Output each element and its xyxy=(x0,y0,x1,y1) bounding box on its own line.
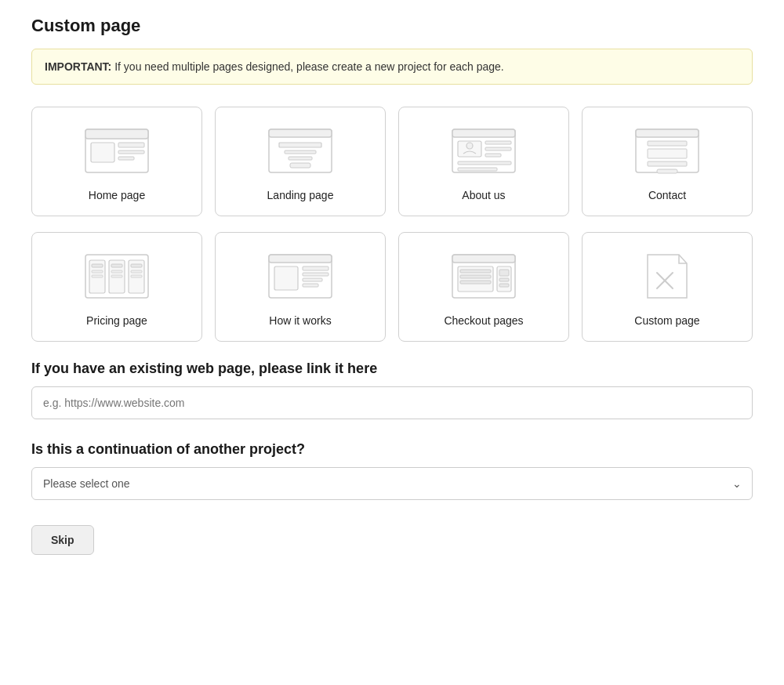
card-contact[interactable]: Contact xyxy=(582,107,753,216)
card-about-us[interactable]: About us xyxy=(398,107,569,216)
svg-rect-25 xyxy=(648,161,687,166)
svg-rect-54 xyxy=(499,270,509,276)
svg-rect-38 xyxy=(111,275,122,277)
svg-rect-18 xyxy=(458,161,511,165)
continuation-section: Is this a continuation of another projec… xyxy=(31,441,753,500)
svg-rect-35 xyxy=(111,270,122,273)
svg-rect-11 xyxy=(290,163,310,168)
card-home-page[interactable]: Home page xyxy=(31,107,202,216)
checkout-pages-icon xyxy=(445,248,523,303)
svg-rect-7 xyxy=(269,129,332,137)
continuation-label: Is this a continuation of another projec… xyxy=(31,441,753,458)
how-it-works-icon xyxy=(261,248,339,303)
card-pricing-page[interactable]: Pricing page xyxy=(31,232,202,342)
svg-rect-23 xyxy=(648,141,687,146)
about-us-icon xyxy=(445,123,523,178)
page-type-grid-row1: Home page Landing page xyxy=(31,107,753,216)
card-checkout-pages-label: Checkout pages xyxy=(444,314,523,327)
card-landing-page-label: Landing page xyxy=(267,189,334,201)
landing-page-icon xyxy=(261,123,339,178)
svg-rect-55 xyxy=(499,278,509,281)
card-custom-page[interactable]: Custom page xyxy=(582,232,753,342)
svg-rect-5 xyxy=(118,157,134,160)
card-custom-page-label: Custom page xyxy=(634,314,699,327)
svg-rect-19 xyxy=(458,168,497,171)
svg-rect-10 xyxy=(289,157,312,160)
svg-rect-45 xyxy=(303,278,322,281)
svg-rect-52 xyxy=(460,275,491,278)
existing-page-label: If you have an existing web page, please… xyxy=(31,361,753,377)
svg-rect-44 xyxy=(303,273,328,276)
svg-rect-22 xyxy=(636,129,699,137)
card-contact-label: Contact xyxy=(648,189,686,201)
skip-button[interactable]: Skip xyxy=(31,525,94,555)
svg-rect-48 xyxy=(452,255,515,263)
svg-rect-3 xyxy=(118,143,144,147)
card-checkout-pages[interactable]: Checkout pages xyxy=(398,232,569,342)
existing-page-section: If you have an existing web page, please… xyxy=(31,361,753,441)
url-input[interactable] xyxy=(31,386,753,419)
contact-icon xyxy=(628,123,706,178)
svg-rect-4 xyxy=(118,150,144,154)
svg-rect-39 xyxy=(131,275,142,277)
svg-rect-56 xyxy=(499,284,509,287)
card-landing-page[interactable]: Landing page xyxy=(215,107,386,216)
alert-box: IMPORTANT: If you need multiple pages de… xyxy=(31,49,753,85)
svg-rect-32 xyxy=(111,264,122,267)
card-how-it-works[interactable]: How it works xyxy=(215,232,386,342)
svg-rect-51 xyxy=(460,270,491,273)
svg-rect-8 xyxy=(279,143,321,147)
svg-rect-34 xyxy=(92,270,103,273)
svg-rect-17 xyxy=(485,154,501,157)
pricing-page-icon xyxy=(78,248,156,303)
svg-rect-41 xyxy=(269,255,332,263)
alert-message: If you need multiple pages designed, ple… xyxy=(114,60,504,73)
svg-rect-24 xyxy=(648,149,687,158)
svg-rect-16 xyxy=(485,147,511,150)
svg-rect-26 xyxy=(657,169,677,173)
svg-rect-1 xyxy=(85,129,148,139)
svg-rect-36 xyxy=(131,270,142,273)
custom-page-icon xyxy=(628,248,706,303)
svg-rect-37 xyxy=(92,275,103,277)
page-type-grid-row2: Pricing page How it works xyxy=(31,232,753,342)
card-home-page-label: Home page xyxy=(89,189,145,201)
svg-rect-46 xyxy=(303,284,318,287)
continuation-select-wrapper: Please select one Yes No ⌄ xyxy=(31,467,753,500)
card-pricing-page-label: Pricing page xyxy=(86,314,147,327)
svg-rect-15 xyxy=(485,141,511,144)
svg-rect-31 xyxy=(92,264,103,267)
continuation-select[interactable]: Please select one Yes No xyxy=(31,467,753,500)
svg-rect-53 xyxy=(460,281,491,284)
alert-prefix: IMPORTANT: xyxy=(45,60,111,73)
card-how-it-works-label: How it works xyxy=(269,314,331,327)
svg-rect-2 xyxy=(91,143,114,162)
page-title: Custom page xyxy=(31,16,753,36)
svg-rect-13 xyxy=(452,129,515,137)
card-about-us-label: About us xyxy=(462,189,505,201)
home-page-icon xyxy=(78,123,156,178)
svg-rect-42 xyxy=(274,266,298,290)
svg-rect-33 xyxy=(131,264,142,267)
svg-rect-9 xyxy=(285,150,316,154)
svg-rect-43 xyxy=(303,266,328,270)
svg-point-20 xyxy=(466,143,473,149)
